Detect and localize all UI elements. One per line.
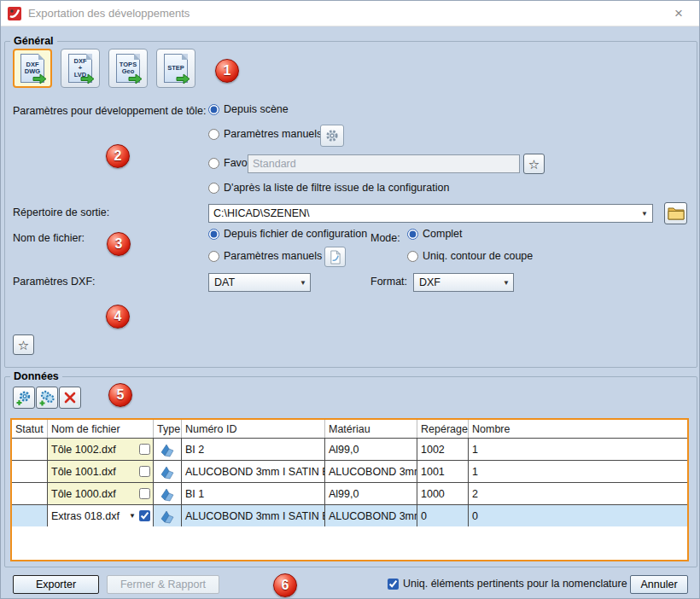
annotation-3: 3 <box>107 232 131 256</box>
favoris-input[interactable]: Standard <box>248 154 520 173</box>
row-checkbox[interactable] <box>139 466 150 477</box>
favoris-radio[interactable] <box>208 158 219 169</box>
numero-id-cell: ALUCOBOND 3mm I SATIN BRO <box>182 505 325 526</box>
dxf-params-label: Paramètres DXF: <box>13 276 96 288</box>
col-numero-id[interactable]: Numéro ID <box>182 420 325 438</box>
type-cell <box>154 505 182 526</box>
materiau-cell: Al99,0 <box>325 483 417 504</box>
green-arrow-icon <box>176 73 190 84</box>
sheet-metal-icon <box>160 486 175 502</box>
chevron-down-icon[interactable]: ▼ <box>639 210 650 218</box>
annotation-5: 5 <box>108 383 132 407</box>
file-cell[interactable]: Tôle 1000.dxf <box>48 483 154 504</box>
statut-cell <box>12 483 48 504</box>
bom-relevant-checkbox[interactable] <box>388 579 399 590</box>
dxf-params-select[interactable]: DAT ▼ <box>208 273 311 292</box>
params-manuels-radio[interactable] <box>208 129 219 140</box>
radio-depuis-scene[interactable]: Depuis scène <box>208 103 289 115</box>
materiau-cell: ALUCOBOND 3mm <box>325 505 417 526</box>
mode-label: Mode: <box>370 232 400 244</box>
col-nombre[interactable]: Nombre <box>469 420 687 438</box>
type-cell <box>154 483 182 504</box>
table-row[interactable]: Tôle 1000.dxf BI 1 Al99,0 1000 2 <box>12 482 687 504</box>
radio-manual-name[interactable]: Paramètres manuels <box>208 250 322 262</box>
manual-name-edit-button[interactable] <box>324 247 346 267</box>
reperage-cell: 1001 <box>417 461 469 482</box>
type-cell <box>154 461 182 482</box>
red-x-icon <box>62 390 78 405</box>
gear-add-icon <box>15 389 32 406</box>
chevron-down-icon: ▼ <box>503 279 510 287</box>
format-button-step[interactable]: STEP <box>156 49 195 88</box>
chevron-down-icon[interactable]: ▼ <box>129 512 136 520</box>
statut-cell <box>12 461 48 482</box>
manual-name-radio[interactable] <box>208 251 219 262</box>
file-cell[interactable]: Tôle 1001.dxf <box>48 461 154 482</box>
annotation-6: 6 <box>273 573 297 597</box>
file-cell-dropdown[interactable]: Extras 018.dxf ▼ <box>48 505 154 526</box>
col-reperage[interactable]: Repérage <box>417 420 469 438</box>
table-row-selected[interactable]: Extras 018.dxf ▼ ALUCOBOND 3mm I SATIN B… <box>12 504 687 526</box>
bom-relevant-checkbox-row[interactable]: Uniq. éléments pertinents pour la nomenc… <box>388 578 627 590</box>
delete-button[interactable] <box>59 387 81 409</box>
reperage-cell: 0 <box>417 505 469 526</box>
favoris-star-button[interactable]: ☆ <box>523 154 545 174</box>
add-single-gear-button[interactable] <box>13 387 35 409</box>
tops-geo-document-icon: TOPS Geo <box>116 54 140 83</box>
reperage-cell: 1000 <box>417 483 469 504</box>
format-button-tops-geo[interactable]: TOPS Geo <box>108 49 148 88</box>
row-checkbox[interactable] <box>139 444 150 455</box>
table-row[interactable]: Tôle 1002.dxf BI 2 Al99,0 1002 1 <box>12 438 687 460</box>
favorites-star-button[interactable]: ☆ <box>13 334 34 355</box>
radio-params-manuels[interactable]: Paramètres manuels <box>208 128 322 140</box>
table-row[interactable]: Tôle 1001.dxf ALUCOBOND 3mm I SATIN BRO … <box>12 460 687 482</box>
export-dialog: Exportation des développements × Général… <box>0 0 700 599</box>
type-cell <box>154 439 182 460</box>
col-type[interactable]: Type <box>154 420 182 438</box>
group-general-legend: Général <box>10 35 57 47</box>
format-button-dxf-dwg[interactable]: DXF DWG <box>13 49 52 88</box>
gear-icon <box>324 127 341 144</box>
cancel-button[interactable]: Annuler <box>630 575 688 594</box>
sheet-params-label: Paramètres pour développement de tôle: <box>13 105 207 117</box>
liste-filtre-radio[interactable] <box>208 183 219 194</box>
numero-id-cell: ALUCOBOND 3mm I SATIN BRO <box>182 461 325 482</box>
manual-params-gear-button[interactable] <box>320 125 344 147</box>
sheet-metal-icon <box>160 509 175 524</box>
reperage-cell: 1002 <box>417 439 469 460</box>
group-data-legend: Données <box>10 370 62 382</box>
numero-id-cell: BI 2 <box>182 439 325 460</box>
radio-complet[interactable]: Complet <box>407 228 463 240</box>
complet-radio[interactable] <box>407 229 418 240</box>
nombre-cell: 1 <box>469 439 687 460</box>
config-file-radio[interactable] <box>208 229 219 240</box>
radio-liste-filtre[interactable]: D'après la liste de filtre issue de la c… <box>208 182 449 194</box>
row-checkbox[interactable] <box>139 510 150 521</box>
filename-label: Nom de fichier: <box>13 232 85 244</box>
format-select[interactable]: DXF ▼ <box>413 273 514 292</box>
browse-folder-button[interactable] <box>664 202 687 224</box>
close-report-button[interactable]: Fermer & Rapport <box>107 575 219 594</box>
star-icon: ☆ <box>528 158 540 171</box>
step-document-icon: STEP <box>164 54 188 83</box>
close-icon[interactable]: × <box>670 6 687 23</box>
file-cell[interactable]: Tôle 1002.dxf <box>48 439 154 460</box>
output-dir-combobox[interactable]: C:\HICAD\SZENEN\ ▼ <box>208 204 653 223</box>
col-materiau[interactable]: Matériau <box>325 420 417 438</box>
row-checkbox[interactable] <box>139 488 150 499</box>
col-statut[interactable]: Statut <box>12 420 48 438</box>
chevron-down-icon: ▼ <box>300 279 306 287</box>
col-nom-fichier[interactable]: Nom de fichier <box>48 420 154 438</box>
green-arrow-icon <box>128 73 143 84</box>
add-multi-gear-button[interactable] <box>36 387 58 409</box>
export-button[interactable]: Exporter <box>13 575 99 594</box>
radio-contour-coupe[interactable]: Uniq. contour de coupe <box>407 250 533 262</box>
statut-cell <box>12 439 48 460</box>
radio-config-file[interactable]: Depuis fichier de configuration <box>208 228 367 240</box>
green-arrow-icon <box>32 73 47 84</box>
format-button-dxf-lvd[interactable]: DXF + LVD <box>61 49 100 88</box>
output-dir-label: Répertoire de sortie: <box>13 206 109 218</box>
contour-coupe-radio[interactable] <box>407 251 418 262</box>
nombre-cell: 0 <box>469 505 687 526</box>
depuis-scene-radio[interactable] <box>208 104 219 115</box>
